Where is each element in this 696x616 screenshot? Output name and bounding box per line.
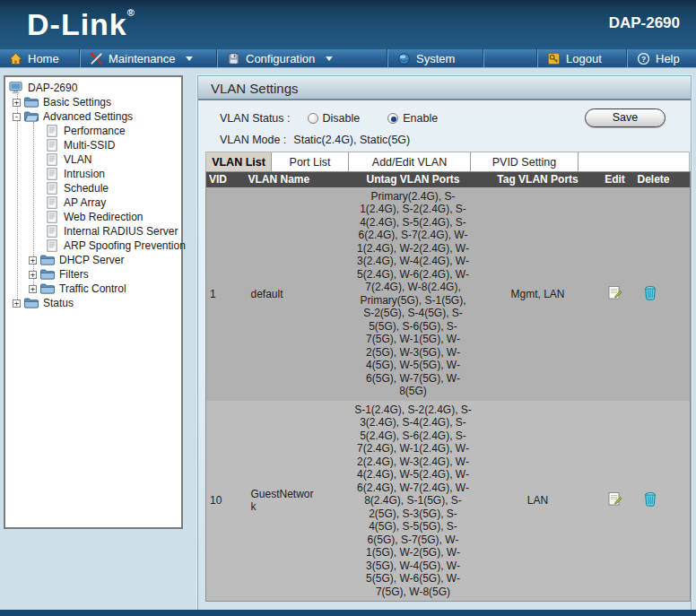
document-icon [45, 125, 59, 137]
sidebar-item-label: Internal RADIUS Server [64, 225, 178, 238]
key-icon [547, 52, 561, 65]
document-icon [45, 225, 59, 238]
sidebar-item-dap-2690[interactable]: DAP-2690 [5, 81, 181, 95]
sidebar-item-vlan[interactable]: VLAN [5, 152, 181, 167]
nav-system-label: System [416, 52, 455, 65]
vlan-status-label: VLAN Status : [220, 112, 291, 125]
untag-ports-cell: Primary(2.4G), S-1(2.4G), S-2(2.4G), S-4… [346, 187, 481, 401]
nav-help-label: Help [656, 52, 680, 65]
sidebar-item-label: Schedule [64, 182, 109, 195]
tag-ports-cell: Mgmt, LAN [481, 187, 596, 401]
radio-disable[interactable] [308, 113, 318, 124]
page-title: VLAN Settings [198, 76, 691, 96]
tools-icon [90, 52, 103, 65]
sidebar-item-label: AP Array [64, 196, 106, 209]
vlan-name-cell: GuestNetwork [246, 401, 346, 602]
help-icon: ? [637, 52, 650, 65]
sidebar-item-advanced-settings[interactable]: - Advanced Settings [5, 109, 181, 124]
dropdown-arrow-icon [186, 56, 193, 61]
table-row: 1 default Primary(2.4G), S-1(2.4G), S-2(… [206, 187, 691, 401]
top-banner: D-Link® DAP-2690 [0, 0, 696, 49]
nav-maintenance[interactable]: Maintenance [81, 49, 218, 67]
sidebar-item-basic-settings[interactable]: + Basic Settings [5, 95, 181, 109]
sidebar-item-internal-radius-server[interactable]: Internal RADIUS Server [5, 224, 181, 239]
sidebar-item-label: ARP Spoofing Prevention [64, 239, 186, 252]
table-header-row: VID VLAN Name Untag VLAN Ports Tag VLAN … [206, 172, 691, 187]
sidebar-item-label: VLAN [64, 153, 91, 166]
folder-icon [24, 96, 39, 108]
edit-icon[interactable] [607, 285, 622, 303]
sidebar-item-label: Advanced Settings [43, 110, 133, 123]
nav-home-label: Home [28, 52, 59, 65]
vlan-status-enable-option[interactable]: Enable [383, 112, 438, 125]
nav-maintenance-label: Maintenance [109, 52, 175, 65]
table-row: 10 GuestNetwork S-1(2.4G), S-2(2.4G), S-… [206, 401, 691, 602]
sidebar-item-performance[interactable]: Performance [5, 124, 181, 138]
nav-logout[interactable]: Logout [538, 49, 628, 67]
tab-port-list[interactable]: Port List [272, 152, 349, 171]
folder-icon [24, 297, 39, 309]
tab-pvid-setting[interactable]: PVID Setting [471, 152, 579, 171]
nav-system[interactable]: System [388, 49, 484, 67]
vlan-mode-row: VLAN Mode : Static(2.4G), Static(5G) [220, 134, 410, 146]
system-globe-icon [397, 52, 411, 65]
expand-icon[interactable]: + [29, 256, 37, 265]
sidebar-item-arp-spoofing-prevention[interactable]: ARP Spoofing Prevention [5, 239, 181, 253]
sidebar-item-traffic-control[interactable]: + Traffic Control [5, 282, 181, 296]
delete-icon[interactable] [644, 285, 657, 303]
vlan-mode-label: VLAN Mode : [220, 134, 286, 146]
document-icon [45, 196, 59, 209]
document-icon [45, 239, 59, 252]
vlan-status-row: VLAN Status : Disable Enable [220, 112, 438, 125]
document-icon [45, 168, 59, 180]
sidebar-item-label: Status [43, 297, 74, 309]
sidebar-item-dhcp-server[interactable]: + DHCP Server [5, 253, 181, 267]
vlan-list-table: VID VLAN Name Untag VLAN Ports Tag VLAN … [205, 171, 691, 602]
vid-cell: 10 [206, 401, 246, 602]
sidebar-item-label: Multi-SSID [64, 139, 115, 152]
sidebar-item-label: Filters [59, 268, 89, 281]
edit-icon[interactable] [607, 491, 622, 509]
expand-icon[interactable]: + [13, 299, 21, 308]
sidebar-item-label: DHCP Server [59, 254, 124, 266]
sidebar-item-intrusion[interactable]: Intrusion [5, 167, 181, 181]
bottom-border-bar [0, 610, 696, 616]
dropdown-arrow-icon [326, 56, 333, 61]
folder-icon [40, 282, 55, 295]
save-disk-icon [227, 52, 240, 65]
delete-icon[interactable] [644, 491, 657, 509]
collapse-icon[interactable]: - [13, 113, 21, 121]
vlan-status-disable-option[interactable]: Disable [303, 112, 361, 125]
tab-add-edit-vlan[interactable]: Add/Edit VLAN [349, 152, 471, 171]
document-icon [45, 153, 59, 166]
device-model: DAP-2690 [609, 14, 680, 32]
radio-enable[interactable] [387, 113, 398, 124]
sidebar-item-multi-ssid[interactable]: Multi-SSID [5, 138, 181, 152]
col-header-tag-ports: Tag VLAN Ports [481, 172, 596, 187]
nav-help[interactable]: ? Help [628, 49, 696, 67]
sidebar-item-label: Web Redirection [64, 211, 144, 223]
vlan-name-cell: default [246, 187, 346, 401]
nav-home[interactable]: Home [0, 49, 81, 67]
untag-ports-cell: S-1(2.4G), S-2(2.4G), S-3(2.4G), S-4(2.4… [346, 401, 481, 602]
edit-cell [596, 401, 635, 602]
nav-spacer [484, 49, 538, 67]
sidebar-item-label: Performance [64, 125, 126, 137]
expand-icon[interactable]: + [29, 271, 37, 279]
sidebar-item-status[interactable]: + Status [5, 296, 181, 310]
disable-label: Disable [323, 112, 361, 125]
sidebar-item-web-redirection[interactable]: Web Redirection [5, 210, 181, 224]
expand-icon[interactable]: + [13, 99, 21, 107]
sidebar-item-filters[interactable]: + Filters [5, 267, 181, 282]
document-icon [45, 182, 59, 195]
nav-configuration[interactable]: Configuration [218, 49, 388, 67]
sidebar-item-ap-array[interactable]: AP Array [5, 195, 181, 210]
tab-vlan-list[interactable]: VLAN List [206, 152, 272, 171]
save-button[interactable]: Save [585, 108, 666, 127]
expand-icon[interactable]: + [29, 285, 37, 293]
tab-filler [579, 152, 689, 171]
sidebar-item-schedule[interactable]: Schedule [5, 181, 181, 195]
sidebar-item-label: Basic Settings [43, 96, 111, 108]
folder-icon [40, 268, 55, 281]
registered-mark: ® [127, 7, 135, 18]
